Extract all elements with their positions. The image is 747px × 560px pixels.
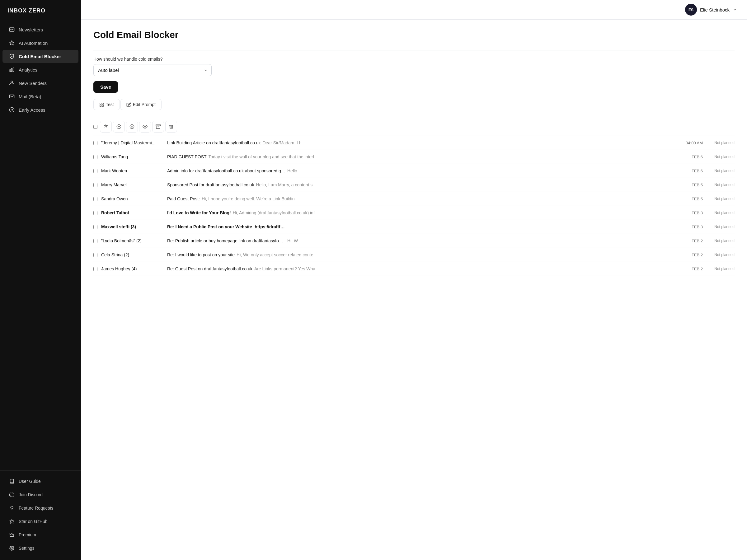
user-profile[interactable]: ES Elie Steinbock (685, 4, 737, 16)
test-icon (99, 102, 104, 107)
divider (93, 50, 735, 50)
sidebar-item-new-senders[interactable]: New Senders (2, 77, 78, 89)
row-checkbox[interactable] (93, 169, 97, 173)
email-date: FEB 5 (681, 183, 703, 187)
email-subject-preview: Re: Guest Post on draftfantasyfootball.c… (167, 266, 677, 271)
email-subject-preview: Admin info for draftfantasyfootball.co.u… (167, 168, 677, 173)
sidebar-item-mail-beta[interactable]: Mail (Beta) (2, 90, 78, 103)
eye-button[interactable] (139, 121, 151, 133)
sidebar-item-feature-requests[interactable]: Feature Requests (2, 502, 78, 514)
svg-point-5 (11, 81, 13, 83)
sidebar-item-user-guide-label: User Guide (19, 479, 41, 484)
row-checkbox[interactable] (93, 267, 97, 271)
ai-action-button[interactable] (100, 121, 112, 133)
svg-rect-15 (102, 105, 103, 106)
sidebar-item-settings[interactable]: Settings (2, 542, 78, 555)
approve-button[interactable] (113, 121, 125, 133)
svg-text:ES: ES (689, 8, 693, 12)
sidebar-item-cold-email-blocker[interactable]: Cold Email Blocker (2, 50, 78, 63)
sidebar-item-user-guide[interactable]: User Guide (2, 475, 78, 488)
row-checkbox[interactable] (93, 155, 97, 159)
email-preview: Dear Sir/Madam, I h (262, 140, 301, 145)
email-row[interactable]: "Jeremy | Digital Mastermi... Link Build… (93, 136, 735, 150)
email-preview: Hello, I am Marry, a content s (256, 182, 312, 187)
gear-icon (9, 545, 15, 551)
row-checkbox[interactable] (93, 197, 97, 201)
email-subject: I'd Love to Write for Your Blog! (167, 210, 231, 215)
star-icon (9, 518, 15, 525)
email-subject-preview: I'd Love to Write for Your Blog! Hi, Adm… (167, 210, 677, 215)
sidebar-item-premium[interactable]: Premium (2, 528, 78, 541)
email-sender: Williams Tang (101, 154, 163, 159)
svg-rect-0 (10, 28, 14, 31)
sidebar-item-star-github[interactable]: Star on GitHub (2, 515, 78, 528)
sidebar-item-feature-requests-label: Feature Requests (19, 506, 53, 510)
email-row[interactable]: Sandra Owen Paid Guest Post: Hi, I hope … (93, 192, 735, 206)
sidebar-item-newsletters[interactable]: Newsletters (2, 23, 78, 36)
email-preview: Hi, Admiring (draftfantasyfootball.co.uk… (233, 210, 316, 215)
sidebar: INBOX ZERO Newsletters AI Automation (0, 0, 81, 560)
email-preview: Hello (287, 168, 297, 173)
cold-email-question: How should we handle cold emails? (93, 57, 735, 61)
email-row[interactable]: Robert Talbot I'd Love to Write for Your… (93, 206, 735, 220)
delete-button[interactable] (165, 121, 177, 133)
svg-rect-12 (100, 103, 101, 104)
email-row[interactable]: Maxwell steffi (3) Re: I Need a Public P… (93, 220, 735, 234)
reject-button[interactable] (126, 121, 138, 133)
row-checkbox[interactable] (93, 211, 97, 215)
email-sender: Maxwell steffi (3) (101, 224, 163, 229)
topbar: ES Elie Steinbock (81, 0, 747, 20)
row-checkbox[interactable] (93, 253, 97, 257)
status-badge: Not planned (706, 141, 735, 145)
status-badge: Not planned (706, 224, 735, 229)
row-checkbox[interactable] (93, 141, 97, 145)
newsletter-icon (9, 26, 15, 33)
sidebar-item-analytics[interactable]: Analytics (2, 63, 78, 76)
svg-rect-2 (10, 70, 10, 72)
archive-button[interactable] (152, 121, 164, 133)
pencil-icon (126, 102, 131, 107)
sidebar-item-newsletters-label: Newsletters (19, 27, 43, 32)
row-checkbox[interactable] (93, 239, 97, 243)
email-sender: Cela Strina (2) (101, 252, 163, 257)
email-subject: Re: Guest Post on draftfantasyfootball.c… (167, 266, 252, 271)
status-badge: Not planned (706, 252, 735, 257)
svg-rect-13 (102, 103, 103, 104)
sidebar-item-join-discord[interactable]: Join Discord (2, 488, 78, 501)
email-row[interactable]: "Lydia Bolmenäs" (2) Re: Publish article… (93, 234, 735, 248)
email-subject: Sponsored Post for draftfantasyfootball.… (167, 182, 254, 187)
svg-rect-4 (13, 68, 14, 72)
shield-icon (9, 53, 15, 59)
email-date: FEB 2 (681, 267, 703, 271)
sidebar-item-ai-automation[interactable]: AI Automation (2, 36, 78, 50)
email-row[interactable]: Marry Marvel Sponsored Post for draftfan… (93, 178, 735, 192)
save-button[interactable]: Save (93, 81, 118, 93)
select-all-checkbox[interactable] (93, 125, 97, 129)
sidebar-item-star-github-label: Star on GitHub (19, 519, 48, 524)
email-date: FEB 2 (681, 252, 703, 257)
test-tab-label: Test (106, 102, 114, 107)
edit-prompt-tab[interactable]: Edit Prompt (121, 99, 161, 110)
row-checkbox[interactable] (93, 225, 97, 229)
status-badge: Not planned (706, 196, 735, 201)
email-row[interactable]: Mark Wooten Admin info for draftfantasyf… (93, 164, 735, 178)
sidebar-nav: Newsletters AI Automation Cold Email Blo… (0, 20, 81, 471)
test-tab[interactable]: Test (93, 99, 120, 110)
email-row[interactable]: Cela Strina (2) Re: I would like to post… (93, 248, 735, 262)
status-badge: Not planned (706, 169, 735, 173)
page-title: Cold Email Blocker (93, 30, 735, 40)
cold-email-select[interactable]: Auto label Archive Delete Mark as Read (93, 64, 212, 76)
sidebar-item-early-access[interactable]: Early Access (2, 103, 78, 116)
row-checkbox[interactable] (93, 183, 97, 187)
email-row[interactable]: Williams Tang PIAD GUEST POST Today i vi… (93, 150, 735, 164)
sidebar-item-analytics-label: Analytics (19, 67, 37, 73)
svg-rect-6 (10, 95, 14, 98)
person-icon (9, 80, 15, 86)
sidebar-item-premium-label: Premium (19, 532, 36, 537)
email-row[interactable]: James Hughey (4) Re: Guest Post on draft… (93, 262, 735, 276)
svg-rect-14 (100, 105, 101, 106)
app-logo: INBOX ZERO (0, 0, 81, 20)
book-icon (9, 478, 15, 484)
email-subject: PIAD GUEST POST (167, 154, 207, 159)
status-badge: Not planned (706, 155, 735, 159)
